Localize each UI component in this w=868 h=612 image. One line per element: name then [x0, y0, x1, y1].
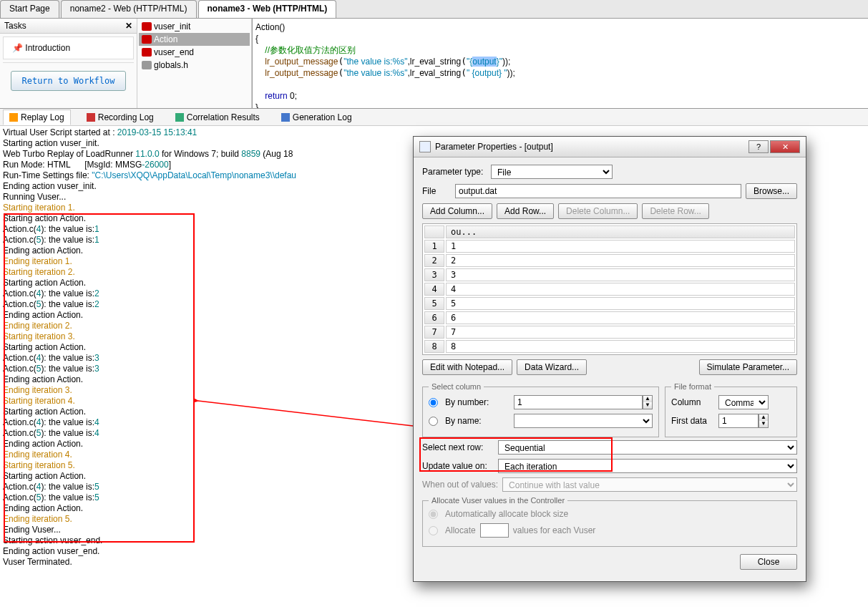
spinner-icon[interactable]: ▲▼: [643, 395, 653, 409]
when-out-select: Continue with last value: [502, 477, 797, 492]
spinner-icon[interactable]: ▲▼: [759, 414, 769, 428]
code-editor[interactable]: Action() { //参数化取值方法的区别 lr_output_messag…: [252, 19, 868, 108]
by-name-select[interactable]: [514, 414, 653, 428]
file-format-legend: File format: [671, 382, 714, 391]
close-icon[interactable]: ✕: [125, 21, 132, 31]
dialog-title: Parameter Properties - [output]: [435, 142, 553, 152]
help-button[interactable]: ?: [748, 140, 769, 153]
dialog-icon: [419, 141, 431, 152]
header-icon: [142, 61, 152, 69]
browse-button[interactable]: Browse...: [746, 183, 797, 199]
column-delimiter-select[interactable]: Comma: [718, 395, 769, 409]
param-type-label: Parameter type:: [422, 167, 487, 177]
tasks-panel: Tasks ✕ 📌 Introduction Return to Workflo…: [0, 19, 137, 108]
file-label: File: [422, 186, 451, 196]
select-next-row-select[interactable]: Sequential: [498, 440, 797, 455]
select-column-legend: Select column: [429, 382, 484, 391]
by-number-radio[interactable]: [429, 398, 438, 407]
grid-column-header[interactable]: ou...: [446, 225, 795, 238]
edit-notepad-button[interactable]: Edit with Notepad...: [422, 359, 512, 375]
document-tabbar: Start Page noname2 - Web (HTTP/HTML) non…: [0, 0, 868, 19]
task-introduction[interactable]: 📌 Introduction: [3, 37, 134, 59]
tab-replay-log[interactable]: Replay Log: [3, 110, 71, 125]
add-row-button[interactable]: Add Row...: [497, 203, 554, 219]
replay-icon: [9, 113, 18, 122]
update-value-on-label: Update value on:: [422, 461, 494, 471]
tree-vuser-end[interactable]: vuser_end: [139, 46, 250, 59]
allocate-radio: [429, 526, 438, 535]
tab-recording-log[interactable]: Recording Log: [81, 110, 160, 125]
tree-vuser-init[interactable]: vuser_init: [139, 20, 250, 33]
tab-noname2[interactable]: noname2 - Web (HTTP/HTML): [61, 0, 197, 18]
add-column-button[interactable]: Add Column...: [422, 203, 492, 219]
dialog-close-button[interactable]: Close: [740, 554, 797, 570]
log-tabbar: Replay Log Recording Log Correlation Res…: [0, 109, 868, 126]
allocate-legend: Allocate Vuser values in the Controller: [429, 496, 567, 505]
return-workflow-button[interactable]: Return to Workflow: [11, 71, 125, 91]
correlation-icon: [175, 113, 184, 122]
tab-start-page[interactable]: Start Page: [0, 0, 59, 18]
script-icon: [142, 35, 152, 44]
first-data-input[interactable]: [718, 414, 759, 428]
update-value-on-select[interactable]: Each iteration: [498, 459, 797, 473]
allocate-count-input: [480, 523, 509, 538]
tab-correlation-results[interactable]: Correlation Results: [170, 110, 265, 125]
by-number-input[interactable]: [514, 395, 643, 409]
when-out-label: When out of values:: [422, 480, 498, 490]
delete-column-button[interactable]: Delete Column...: [558, 203, 638, 219]
tab-generation-log[interactable]: Generation Log: [275, 110, 358, 125]
by-name-radio[interactable]: [429, 417, 438, 426]
tree-globals-h[interactable]: globals.h: [139, 59, 250, 72]
data-wizard-button[interactable]: Data Wizard...: [517, 359, 587, 375]
script-tree: vuser_init Action vuser_end globals.h: [137, 19, 252, 108]
script-icon: [142, 48, 152, 57]
auto-allocate-radio: [429, 510, 438, 519]
tree-action[interactable]: Action: [139, 33, 250, 46]
data-grid[interactable]: ou... 1122334455667788: [422, 223, 797, 355]
parameter-properties-dialog: Parameter Properties - [output] ? ✕ Para…: [413, 136, 806, 582]
generation-icon: [281, 113, 290, 122]
delete-row-button[interactable]: Delete Row...: [642, 203, 708, 219]
select-next-row-label: Select next row:: [422, 442, 494, 452]
tab-noname3[interactable]: noname3 - Web (HTTP/HTML): [198, 0, 337, 18]
script-icon: [142, 22, 152, 31]
simulate-parameter-button[interactable]: Simulate Parameter...: [699, 359, 797, 375]
tasks-title: Tasks: [4, 21, 26, 31]
param-type-select[interactable]: File: [491, 165, 613, 179]
task-introduction-label: Introduction: [25, 43, 70, 53]
close-button[interactable]: ✕: [770, 140, 800, 153]
recording-icon: [87, 113, 95, 122]
file-input[interactable]: [455, 184, 741, 198]
